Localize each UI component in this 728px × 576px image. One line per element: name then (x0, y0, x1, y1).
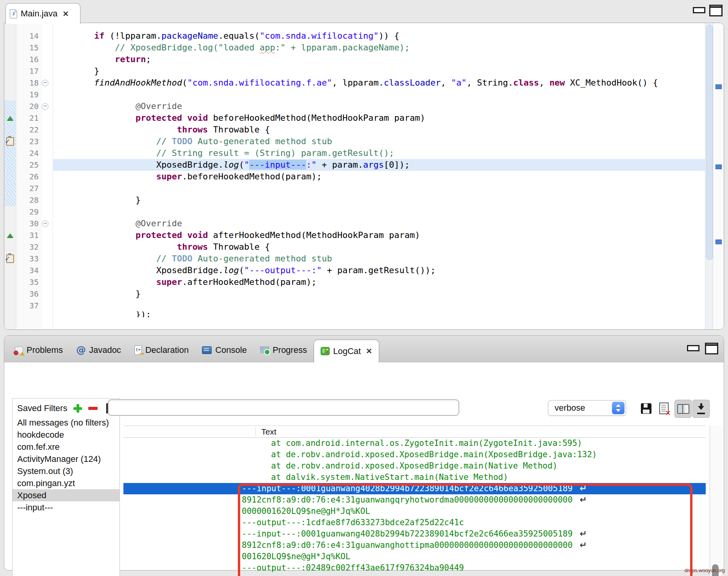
code-line[interactable]: 23 // TODO Auto-generated method stub (4, 136, 705, 147)
editor-tab-main-java[interactable]: J Main.java ✕ (5, 3, 80, 24)
code-line[interactable]: 34 XposedBridge.log("---output---:" + pa… (4, 265, 705, 276)
log-row[interactable]: ---input---:0001guanwang4028b2994b722389… (123, 483, 706, 494)
override-indicator-icon[interactable] (4, 229, 16, 241)
code-line[interactable]: 24 // String result = (String) param.get… (4, 147, 705, 159)
log-level-dropdown[interactable]: verbose (548, 400, 626, 416)
filter-item[interactable]: All messages (no filters) (12, 417, 120, 429)
log-row[interactable]: at de.robv.android.xposed.XposedBridge.m… (123, 449, 706, 460)
code-line[interactable]: 27 (4, 182, 705, 194)
close-icon[interactable]: ✕ (62, 9, 69, 18)
search-input[interactable] (108, 399, 459, 416)
minimize-icon[interactable] (693, 7, 705, 13)
occurrence-marker[interactable] (716, 240, 722, 244)
code-line[interactable]: 32 throws Throwable { (4, 241, 705, 253)
log-row[interactable]: at de.robv.android.xposed.XposedBridge.m… (123, 460, 706, 472)
fold-collapse-icon[interactable]: − (42, 220, 53, 227)
code-text[interactable]: XposedBridge.log("---input---:" + param.… (53, 159, 705, 171)
column-divider[interactable] (255, 427, 256, 436)
tab-logcat[interactable]: LogCat✕ (314, 340, 379, 362)
code-line[interactable]: 17 } (4, 65, 705, 77)
remove-filter-icon[interactable] (88, 407, 98, 410)
filter-item[interactable]: System.out (3) (12, 465, 120, 477)
tab-progress[interactable]: Progress (253, 338, 314, 362)
code-line[interactable]: 33 // TODO Auto-generated method stub (4, 253, 705, 265)
filter-item[interactable]: com.fef.xre (12, 441, 120, 453)
code-text[interactable]: protected void afterHookedMethod(MethodH… (53, 229, 705, 241)
maximize-icon[interactable] (705, 343, 718, 354)
tab-console[interactable]: Console (195, 338, 253, 362)
code-text[interactable]: } (53, 65, 705, 77)
code-text[interactable]: // String result = (String) param.getRes… (53, 147, 705, 159)
code-line[interactable]: 22 throws Throwable { (4, 124, 705, 136)
code-line[interactable]: }); (4, 311, 705, 317)
code-editor[interactable]: 14 if (!lpparam.packageName.equals("com.… (4, 23, 724, 330)
log-row[interactable]: 8912cnf8:a9:d0:76:e4:31guanwangqryhotwor… (123, 494, 706, 506)
code-text[interactable]: }); (53, 311, 705, 317)
maximize-icon[interactable] (709, 5, 723, 16)
code-line[interactable]: 30− @Override (4, 218, 705, 229)
code-line[interactable]: 31 protected void afterHookedMethod(Meth… (4, 229, 705, 241)
code-text[interactable] (53, 182, 705, 194)
code-area[interactable]: 14 if (!lpparam.packageName.equals("com.… (4, 23, 705, 329)
log-row[interactable]: at com.android.internal.os.ZygoteInit.ma… (123, 438, 706, 449)
log-vscrollbar[interactable] (710, 426, 722, 576)
code-line[interactable]: 37 (4, 300, 705, 311)
code-text[interactable]: super.beforeHookedMethod(param); (53, 171, 705, 182)
overview-ruler[interactable] (713, 23, 724, 329)
toggle-filters-pane-button[interactable] (674, 400, 692, 418)
code-text[interactable] (53, 300, 705, 311)
occurrence-marker[interactable] (716, 84, 722, 89)
close-icon[interactable]: ✕ (366, 347, 372, 356)
tab-declaration[interactable]: (=Declaration (128, 338, 195, 362)
log-row[interactable]: at dalvik.system.NativeStart.main(Native… (123, 472, 706, 483)
code-line[interactable]: 14 if (!lpparam.packageName.equals("com.… (4, 30, 705, 42)
code-line[interactable]: 28 } (4, 194, 705, 206)
log-row[interactable]: 001620LQ9$ne@gH*Jq%KOL (123, 551, 706, 562)
code-text[interactable]: @Override (53, 100, 705, 112)
scroll-to-bottom-button[interactable] (692, 400, 710, 418)
code-line[interactable]: 25 XposedBridge.log("---input---:" + par… (4, 159, 705, 171)
code-text[interactable]: @Override (53, 218, 705, 229)
editor-scroll-thumb[interactable] (706, 25, 713, 260)
code-line[interactable]: 18− findAndHookMethod("com.snda.wifiloca… (4, 77, 705, 89)
log-row[interactable]: ---output---:02489c002ff43ae617f976324ba… (123, 562, 706, 574)
task-marker-icon[interactable] (4, 253, 16, 265)
code-line[interactable]: 15 // XposedBridge.log("loaded app:" + l… (4, 42, 705, 54)
code-line[interactable]: 29 (4, 206, 705, 218)
task-marker-icon[interactable] (4, 136, 16, 147)
code-text[interactable]: } (53, 194, 705, 206)
code-text[interactable]: super.afterHookedMethod(param); (53, 276, 705, 288)
save-log-button[interactable] (638, 400, 654, 417)
code-text[interactable]: XposedBridge.log("---output---:" + param… (53, 265, 705, 276)
log-row[interactable]: 0000001620LQ9$ne@gH*Jq%KOL (123, 506, 706, 517)
code-text[interactable]: protected void beforeHookedMethod(Method… (53, 112, 705, 124)
code-text[interactable] (53, 89, 705, 100)
filter-item[interactable]: hookdecode (12, 429, 120, 441)
code-line[interactable]: 20− @Override (4, 100, 705, 112)
log-row[interactable]: ---output---:1cdfae8f7d633273bdce2af25d2… (123, 517, 706, 528)
filter-item[interactable]: ---input--- (12, 501, 120, 513)
code-text[interactable]: // XposedBridge.log("loaded app:" + lppa… (53, 42, 705, 54)
fold-collapse-icon[interactable]: − (42, 80, 53, 86)
filter-item[interactable]: com.pingan.yzt (12, 477, 120, 489)
code-line[interactable]: 26 super.beforeHookedMethod(param); (4, 171, 705, 182)
log-row[interactable]: 8912cnf8:a9:d0:76:e4:31guanwanghottipma0… (123, 540, 706, 551)
code-text[interactable]: findAndHookMethod("com.snda.wifilocating… (53, 77, 705, 89)
code-line[interactable]: 36 } (4, 288, 705, 300)
override-indicator-icon[interactable] (4, 112, 16, 124)
code-text[interactable]: // TODO Auto-generated method stub (53, 136, 705, 147)
log-row[interactable]: ---input---:0001guanwang4028b2994b722389… (123, 528, 706, 540)
filter-item[interactable]: ActivityManager (124) (12, 453, 120, 465)
code-line[interactable]: 16 return; (4, 54, 705, 65)
occurrence-marker[interactable] (716, 165, 722, 169)
code-line[interactable]: 35 super.afterHookedMethod(param); (4, 276, 705, 288)
editor-scrollbar[interactable] (705, 23, 713, 329)
filter-item[interactable]: Xposed (12, 489, 120, 501)
code-text[interactable]: // TODO Auto-generated method stub (53, 253, 705, 265)
minimize-icon[interactable] (687, 345, 699, 351)
add-filter-icon[interactable] (73, 404, 82, 413)
code-text[interactable]: throws Throwable { (53, 124, 705, 136)
clear-log-button[interactable] (656, 400, 672, 417)
code-text[interactable]: } (53, 288, 705, 300)
code-text[interactable]: return; (53, 54, 705, 65)
